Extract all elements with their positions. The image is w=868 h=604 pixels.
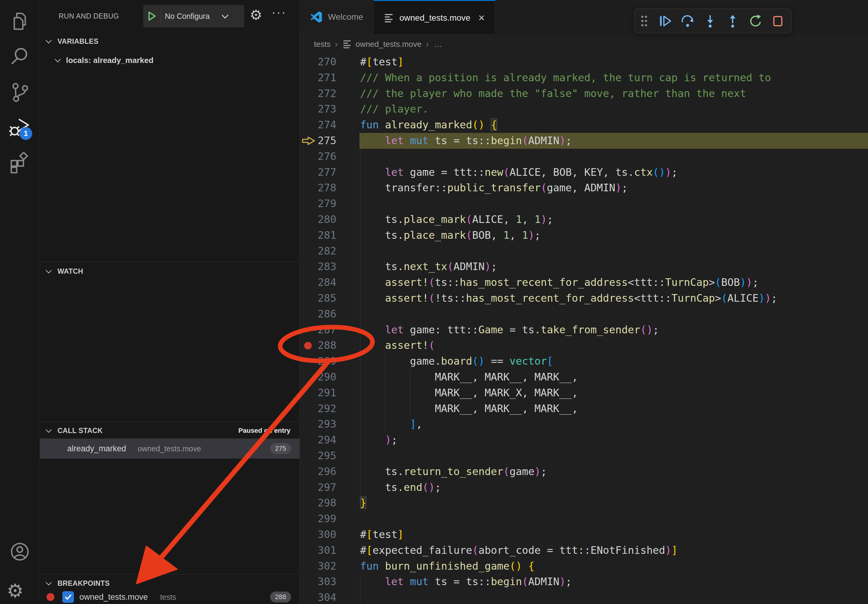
code-token: (): [510, 560, 522, 572]
code-editor[interactable]: 270#[test]271/// When a position is alre…: [300, 54, 868, 604]
code-line: 298}: [300, 495, 868, 511]
stop-button[interactable]: [766, 9, 789, 33]
code-line-text[interactable]: assert!(: [360, 338, 435, 353]
code-line-text[interactable]: let game = ttt::new(ALICE, BOB, KEY, ts.…: [360, 164, 677, 180]
settings-gear-icon[interactable]: ⚙: [7, 580, 24, 602]
code-token: 1: [503, 229, 510, 241]
breadcrumb-item-more[interactable]: …: [434, 40, 442, 49]
more-actions-icon[interactable]: ···: [271, 5, 287, 19]
section-variables[interactable]: VARIABLES: [40, 34, 299, 49]
code-line-text[interactable]: let game: ttt::Game = ts.take_from_sende…: [360, 322, 659, 338]
code-line-text[interactable]: ],: [360, 417, 422, 432]
breakpoint-list-item[interactable]: owned_tests.move tests 288: [40, 588, 299, 604]
code-line-text[interactable]: ts.place_mark(ALICE, 1, 1);: [360, 212, 553, 228]
search-icon[interactable]: [9, 46, 31, 68]
code-line-text[interactable]: /// player.: [360, 101, 429, 117]
code-token: ;: [566, 575, 572, 588]
code-token: 1: [516, 213, 522, 225]
code-token: (): [472, 119, 485, 131]
code-line: 296 ts.return_to_sender(game);: [300, 464, 868, 480]
source-control-icon[interactable]: [9, 82, 31, 104]
code-token: }: [360, 497, 366, 509]
tab-welcome[interactable]: Welcome: [300, 0, 374, 34]
code-line: 280 ts.place_mark(ALICE, 1, 1);: [300, 212, 868, 228]
line-number: 286: [300, 306, 336, 322]
code-token: ;: [622, 181, 628, 194]
start-debug-button[interactable]: [143, 5, 161, 27]
code-line-text[interactable]: #[expected_failure(abort_code = ttt::ENo…: [360, 542, 677, 558]
code-token: ): [615, 181, 622, 194]
code-token: ADMIN: [528, 135, 559, 147]
line-number: 291: [300, 385, 336, 401]
code-line-text[interactable]: let mut ts = ts::begin(ADMIN);: [360, 133, 572, 149]
debug-settings-gear-icon[interactable]: ⚙: [250, 7, 262, 23]
breadcrumb-item-file[interactable]: owned_tests.move: [355, 40, 422, 49]
code-line-text[interactable]: }: [360, 495, 366, 511]
debug-config-dropdown[interactable]: No Configura: [143, 5, 244, 27]
code-line: 281 ts.place_mark(BOB, 1, 1);: [300, 228, 868, 243]
continue-icon: [658, 14, 672, 28]
code-token: ): [758, 292, 764, 304]
code-line-text[interactable]: MARK__, MARK_X, MARK__,: [360, 385, 578, 401]
explorer-icon[interactable]: [9, 11, 31, 33]
code-line-text[interactable]: /// the player who made the "false" move…: [360, 86, 746, 102]
step-out-button[interactable]: [721, 9, 744, 33]
code-line-text[interactable]: ts.return_to_sender(game);: [360, 464, 547, 480]
variables-scope-locals[interactable]: locals: already_marked: [40, 52, 299, 68]
code-line-text[interactable]: #[test]: [360, 54, 404, 70]
config-dropdown-label: No Configura: [165, 12, 222, 21]
code-line-text[interactable]: assert!(!ts::has_most_recent_for_address…: [360, 290, 777, 306]
code-token: [: [366, 528, 372, 541]
code-line: 274fun already_marked() {: [300, 117, 868, 133]
code-token: [360, 339, 385, 351]
breakpoint-file-name: owned_tests.move: [79, 592, 148, 602]
code-line-text[interactable]: #[test]: [360, 527, 404, 542]
code-token: end: [404, 481, 422, 493]
callstack-frame-row[interactable]: already_marked owned_tests.move 275: [40, 438, 299, 458]
code-token: [360, 292, 385, 304]
section-watch-label: WATCH: [57, 267, 83, 276]
account-icon[interactable]: [9, 541, 31, 563]
toolbar-drag-grip[interactable]: [634, 9, 654, 33]
code-token: ;: [541, 465, 547, 477]
code-line-text[interactable]: game.board() == vector[: [360, 353, 553, 369]
code-line-text[interactable]: assert!(ts::has_most_recent_for_address<…: [360, 275, 758, 290]
restart-button[interactable]: [744, 9, 766, 33]
code-token: ts.: [360, 260, 404, 273]
code-line-text[interactable]: let mut ts = ts::begin(ADMIN);: [360, 574, 572, 590]
code-line-text[interactable]: ts.place_mark(BOB, 1, 1);: [360, 228, 541, 243]
code-line-text[interactable]: /// When a position is already marked, t…: [360, 70, 771, 86]
code-token: [: [366, 544, 372, 556]
step-into-button[interactable]: [699, 9, 721, 33]
code-line-text[interactable]: ts.next_tx(ADMIN);: [360, 259, 497, 275]
continue-button[interactable]: [654, 9, 676, 33]
line-number: 297: [300, 480, 336, 496]
code-token: <ttt::: [628, 276, 665, 288]
code-line-text[interactable]: );: [360, 432, 397, 448]
code-token: [522, 560, 528, 572]
section-watch[interactable]: WATCH: [40, 264, 299, 279]
tab-owned-tests[interactable]: owned_tests.move ×: [374, 0, 496, 35]
code-line-text[interactable]: MARK__, MARK__, MARK__,: [360, 369, 578, 385]
code-token: ts = ts::: [429, 575, 491, 588]
code-line-text[interactable]: MARK__, MARK__, MARK__,: [360, 401, 578, 417]
code-token: game.: [360, 355, 441, 367]
step-over-icon: [680, 14, 694, 28]
close-icon[interactable]: ×: [478, 13, 485, 23]
line-number: 275: [300, 133, 336, 149]
extensions-icon[interactable]: [9, 152, 31, 174]
frame-line-badge: 275: [270, 443, 291, 454]
code-line-text[interactable]: ts.end();: [360, 480, 441, 496]
code-line-text[interactable]: fun burn_unfinished_game() {: [360, 558, 534, 574]
breadcrumb-item-tests[interactable]: tests: [314, 40, 330, 49]
code-line-text[interactable]: fun already_marked() {: [360, 117, 497, 133]
section-callstack[interactable]: CALL STACK Paused on entry: [40, 423, 299, 438]
breakpoint-checkbox[interactable]: [62, 591, 74, 603]
code-token: let: [385, 166, 404, 178]
debug-sidebar: RUN AND DEBUG No Configura ⚙ ··· VARIABL…: [40, 0, 300, 604]
code-token: #: [360, 544, 366, 556]
line-number: 288: [300, 338, 336, 353]
step-over-button[interactable]: [676, 9, 699, 33]
code-token: (): [422, 481, 435, 493]
code-line-text[interactable]: transfer::public_transfer(game, ADMIN);: [360, 180, 628, 196]
